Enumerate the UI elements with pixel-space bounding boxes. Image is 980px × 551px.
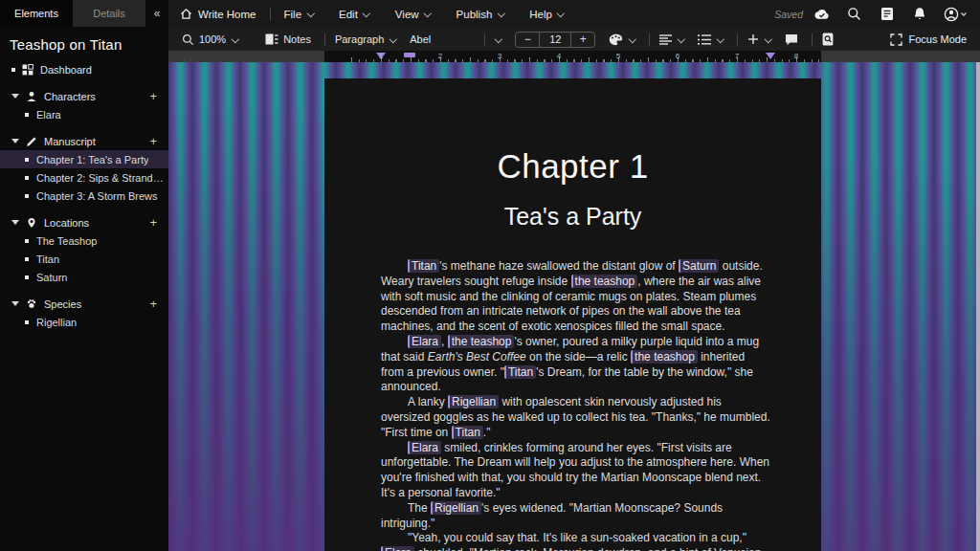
sidebar-group-locations[interactable]: Locations + [0,213,168,231]
chevron-down-icon[interactable] [11,301,19,306]
document-page[interactable]: Chapter 1 Tea's a Party Titan's methane … [324,78,821,551]
plus-icon [747,33,759,45]
add-location-button[interactable]: + [149,215,157,230]
scrollbar[interactable] [976,62,980,551]
text-align-control[interactable] [659,34,684,45]
paragraph: The Rigellian's eyes widened. "Martian M… [381,501,770,532]
add-species-button[interactable]: + [149,297,157,311]
menu-file[interactable]: File [284,9,315,20]
style-value: Paragraph [335,33,384,45]
bullet-icon [25,113,29,117]
font-size-value[interactable]: 12 [539,33,571,47]
document-body[interactable]: Titan's methane haze swallowed the dista… [381,259,770,551]
sidebar-collapse-button[interactable]: « [145,0,168,27]
chevron-down-icon[interactable] [11,139,19,143]
sidebar-item-dashboard[interactable]: Dashboard [0,60,168,78]
sidebar-item-chapter-3[interactable]: Chapter 3: A Storm Brews [0,187,168,205]
app-window: Elements Details « Teashop on Titan Dash… [0,0,980,551]
add-character-button[interactable]: + [149,89,157,103]
chevron-down-icon [677,35,684,43]
sidebar: Elements Details « Teashop on Titan Dash… [0,0,168,551]
font-family-select[interactable]: Abel [410,33,501,46]
text-color-control[interactable] [609,33,635,46]
list-control[interactable] [698,34,724,45]
sidebar-item-the-teashop[interactable]: The Teashop [0,231,168,250]
sidebar-group-species[interactable]: Species + [0,295,168,313]
font-size-stepper: − 12 + [515,32,595,48]
sidebar-group-label: Locations [44,217,89,229]
focus-brackets-icon [890,33,902,46]
sidebar-item-chapter-2[interactable]: Chapter 2: Sips & Stranded Spaceshi… [0,168,168,187]
menu-publish[interactable]: Publish [457,9,505,20]
menu-edit[interactable]: Edit [339,9,370,20]
notes-toggle[interactable]: Notes [265,33,311,45]
sidebar-group-label: Manuscript [44,136,96,147]
bullet-icon [25,320,29,324]
comment-button[interactable] [785,33,798,46]
chevron-down-icon [231,35,238,43]
zoom-control[interactable]: 100% [182,33,238,46]
sidebar-item-label: Chapter 1: Tea's a Party [36,154,148,165]
home-icon [180,8,192,20]
chevron-down-icon[interactable] [11,94,19,99]
font-size-decrease-button[interactable]: − [516,33,539,47]
mention-chip[interactable]: Elara [381,546,414,551]
sidebar-group-label: Characters [44,91,96,102]
chapter-title: Chapter 1 [324,147,821,186]
sidebar-item-saturn[interactable]: Saturn [0,268,168,286]
tab-details[interactable]: Details [73,0,145,27]
document-search-button[interactable] [822,33,834,46]
mention-chip[interactable]: Titan [452,426,483,439]
chevron-down-icon [497,11,504,18]
sidebar-group-manuscript[interactable]: Manuscript + [0,132,168,150]
notes-panel-icon [265,33,278,45]
sidebar-item-label: Titan [36,253,59,265]
sidebar-group-label: Species [44,298,81,310]
pencil-icon [26,136,37,147]
insert-control[interactable] [747,33,771,45]
mention-chip[interactable]: Titan [408,259,439,273]
sidebar-item-titan[interactable]: Titan [0,250,168,268]
chevron-down-icon[interactable] [11,220,19,225]
add-manuscript-button[interactable]: + [149,134,157,148]
map-pin-icon [26,217,37,229]
project-title: Teashop on Titan [0,27,168,60]
paragraph-style-select[interactable]: Paragraph [335,33,396,45]
mention-chip[interactable]: Elara [408,335,441,348]
ruler[interactable]: 12345678 [168,51,980,62]
sidebar-item-label: Elara [36,109,61,121]
palette-icon [609,33,623,46]
first-line-indent-marker[interactable] [404,53,415,57]
mention-chip[interactable]: the teashop [448,335,515,348]
zoom-value: 100% [199,33,226,45]
mention-chip[interactable]: the teashop [571,275,638,288]
sidebar-item-chapter-1[interactable]: Chapter 1: Tea's a Party [0,150,168,168]
font-size-increase-button[interactable]: + [571,33,594,47]
bullet-icon [25,194,29,198]
sidebar-item-elara[interactable]: Elara [0,105,168,123]
ruler-number: 1 [379,52,383,60]
mention-chip[interactable]: Rigellian [431,501,481,515]
ruler-page-section[interactable]: 12345678 [324,51,821,62]
sidebar-item-rigellian[interactable]: Rigellian [0,313,168,331]
mention-chip[interactable]: Elara [408,441,441,454]
menu-view[interactable]: View [395,9,432,20]
focus-mode-button[interactable]: Focus Mode [890,33,967,46]
mention-chip[interactable]: the teashop [631,350,698,364]
bell-icon[interactable] [911,6,927,22]
search-icon[interactable] [846,6,862,22]
menu-bar: Write Home File Edit View Publish Help S… [168,0,980,28]
menu-help[interactable]: Help [529,9,565,20]
write-home-button[interactable]: Write Home [180,8,256,20]
sidebar-item-label: Chapter 3: A Storm Brews [36,190,158,202]
tab-elements[interactable]: Elements [0,0,73,27]
mention-chip[interactable]: Saturn [679,259,719,273]
mention-chip[interactable]: Titan [504,365,536,379]
user-account-icon[interactable] [944,6,969,22]
right-indent-marker[interactable] [766,53,775,59]
notes-journal-icon[interactable] [879,6,895,22]
sidebar-group-characters[interactable]: Characters + [0,87,168,105]
chevron-down-icon [494,35,501,43]
mention-chip[interactable]: Rigellian [448,395,499,408]
cloud-sync-icon[interactable] [813,6,830,22]
